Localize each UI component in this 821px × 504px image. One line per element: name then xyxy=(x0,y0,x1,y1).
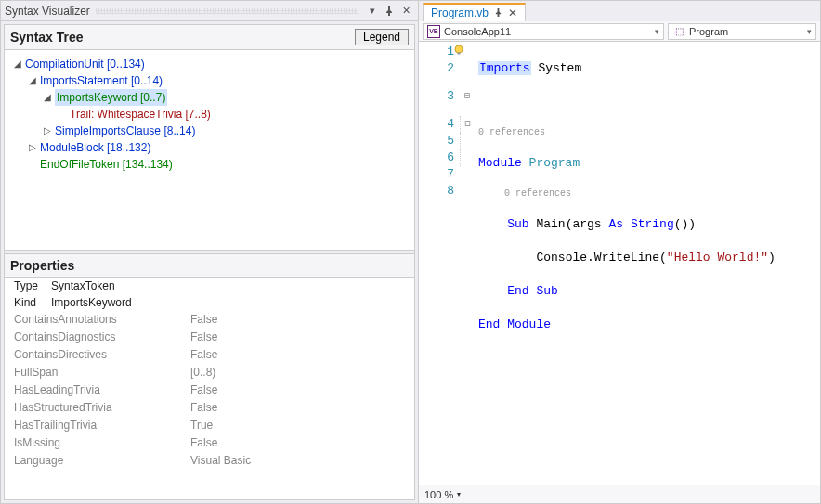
editor-statusbar: 100 % ▾ xyxy=(419,485,820,503)
codelens[interactable]: 0 references xyxy=(478,188,820,200)
navigation-bar: VB ConsoleApp11 ▾ ⬚ Program ▾ xyxy=(419,21,820,42)
prop-name: ContainsDirectives xyxy=(14,347,190,363)
code-token-selected[interactable]: Imports xyxy=(478,61,531,75)
property-row[interactable]: HasTrailingTriviaTrue xyxy=(5,417,414,434)
project-name: ConsoleApp11 xyxy=(444,26,511,37)
property-row[interactable]: HasLeadingTriviaFalse xyxy=(5,381,414,399)
tab-program-vb[interactable]: Program.vb ✕ xyxy=(423,3,526,21)
pin-icon[interactable] xyxy=(494,8,502,19)
tree-header: Syntax Tree Legend xyxy=(5,25,414,50)
chevron-down-icon[interactable]: ▾ xyxy=(457,490,461,498)
module-icon: ⬚ xyxy=(672,25,685,38)
tree-node[interactable]: ImportsStatement [0..14) xyxy=(40,72,163,89)
prop-label: Kind xyxy=(14,296,51,309)
prop-name: IsMissing xyxy=(14,435,190,451)
pin-icon[interactable] xyxy=(381,3,397,19)
prop-name: ContainsAnnotations xyxy=(14,312,190,328)
prop-value: False xyxy=(190,312,405,328)
panel-menu-button[interactable]: ▾ xyxy=(364,3,381,19)
tree-node[interactable]: ModuleBlock [18..132) xyxy=(40,139,150,156)
chevron-down-icon: ▾ xyxy=(807,27,812,36)
tab-strip[interactable]: Program.vb ✕ xyxy=(419,1,820,21)
property-row[interactable]: ContainsDiagnosticsFalse xyxy=(5,329,414,346)
prop-value: ImportsKeyword xyxy=(51,296,132,309)
expander-icon[interactable]: ◢ xyxy=(27,72,38,89)
panel-title: Syntax Visualizer xyxy=(5,5,90,18)
prop-name: HasStructuredTrivia xyxy=(14,400,190,416)
code-editor[interactable]: 1 2 3 4 5 6 7 8 ⊟ ⊟ Imports Syste xyxy=(419,42,820,485)
lightbulb-icon[interactable] xyxy=(452,44,465,57)
property-row[interactable]: HasStructuredTriviaFalse xyxy=(5,399,414,417)
prop-value: True xyxy=(190,418,405,433)
property-row[interactable]: ContainsDirectivesFalse xyxy=(5,346,414,364)
prop-name: FullSpan xyxy=(14,365,190,381)
property-row: Kind ImportsKeyword xyxy=(5,294,414,311)
tree-node[interactable]: Trail: WhitespaceTrivia [7..8) xyxy=(70,106,211,123)
expander-icon[interactable]: ◢ xyxy=(42,89,53,106)
property-row[interactable]: FullSpan[0..8) xyxy=(5,364,414,381)
prop-name: HasLeadingTrivia xyxy=(14,382,190,398)
close-icon[interactable]: ✕ xyxy=(397,3,414,19)
code-area[interactable]: Imports System 0 references Module Progr… xyxy=(475,42,820,485)
prop-value: False xyxy=(190,330,405,345)
line-number-gutter: 1 2 3 4 5 6 7 8 xyxy=(419,42,460,485)
prop-value: False xyxy=(190,347,405,363)
member-name: Program xyxy=(689,26,728,37)
svg-rect-1 xyxy=(458,53,461,55)
panel-titlebar[interactable]: Syntax Visualizer ▾ ✕ xyxy=(1,1,418,21)
prop-value: SyntaxToken xyxy=(51,279,115,292)
svg-point-0 xyxy=(455,45,463,53)
property-row[interactable]: ContainsAnnotationsFalse xyxy=(5,311,414,329)
member-dropdown[interactable]: ⬚ Program ▾ xyxy=(668,23,816,40)
expander-icon[interactable]: ▷ xyxy=(27,139,38,156)
fold-toggle[interactable]: ⊟ xyxy=(460,116,475,133)
syntax-tree[interactable]: ◢CompilationUnit [0..134) ◢ImportsStatem… xyxy=(5,50,414,250)
tab-label: Program.vb xyxy=(431,6,489,19)
tree-node[interactable]: CompilationUnit [0..134) xyxy=(25,56,145,72)
codelens[interactable]: 0 references xyxy=(478,127,820,138)
prop-name: HasTrailingTrivia xyxy=(14,418,190,433)
fold-toggle[interactable]: ⊟ xyxy=(460,88,475,105)
vb-icon: VB xyxy=(427,25,440,38)
prop-name: ContainsDiagnostics xyxy=(14,330,190,345)
properties-grid[interactable]: ContainsAnnotationsFalseContainsDiagnost… xyxy=(5,311,414,499)
prop-label: Type xyxy=(14,279,51,292)
prop-name: Language xyxy=(14,453,190,469)
prop-value: [0..8) xyxy=(190,365,405,381)
prop-value: False xyxy=(190,382,405,398)
fold-gutter: ⊟ ⊟ xyxy=(460,42,475,485)
prop-value: False xyxy=(190,435,405,451)
prop-value: False xyxy=(190,400,405,416)
grip-icon[interactable] xyxy=(96,8,358,14)
editor-panel: Program.vb ✕ VB ConsoleApp11 ▾ ⬚ Program… xyxy=(419,0,821,504)
property-row: Type SyntaxToken xyxy=(5,278,414,294)
prop-value: Visual Basic xyxy=(190,453,405,469)
close-icon[interactable]: ✕ xyxy=(508,6,517,19)
property-row[interactable]: LanguageVisual Basic xyxy=(5,452,414,470)
chevron-down-icon: ▾ xyxy=(655,27,659,36)
tree-title: Syntax Tree xyxy=(10,30,84,45)
syntax-visualizer-panel: Syntax Visualizer ▾ ✕ Syntax Tree Legend… xyxy=(0,0,419,504)
expander-icon[interactable]: ◢ xyxy=(12,56,23,72)
properties-header: Properties xyxy=(5,254,414,278)
expander-icon[interactable]: ▷ xyxy=(42,123,53,139)
tree-node-selected[interactable]: ImportsKeyword [0..7) xyxy=(55,89,167,106)
project-dropdown[interactable]: VB ConsoleApp11 ▾ xyxy=(423,23,664,40)
property-row[interactable]: IsMissingFalse xyxy=(5,434,414,452)
zoom-level[interactable]: 100 % xyxy=(424,489,453,500)
tree-node[interactable]: EndOfFileToken [134..134) xyxy=(40,156,173,173)
tree-node[interactable]: SimpleImportsClause [8..14) xyxy=(55,123,195,139)
legend-button[interactable]: Legend xyxy=(355,29,409,45)
